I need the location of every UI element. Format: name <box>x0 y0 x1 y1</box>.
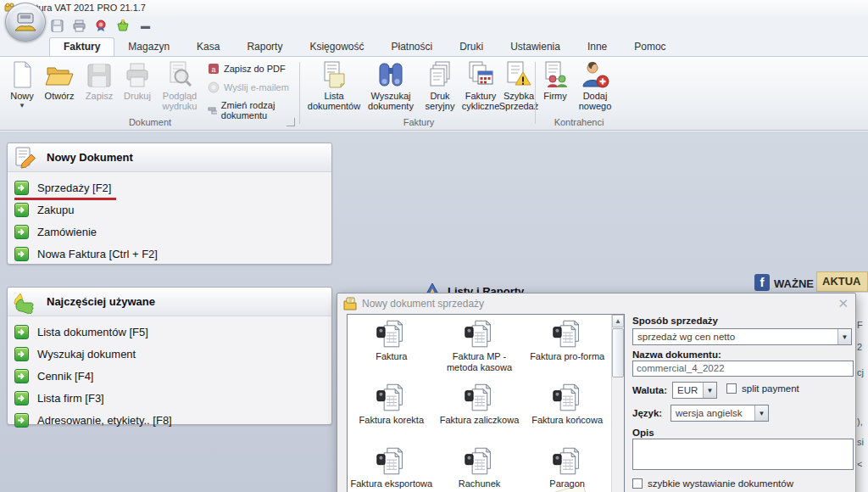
menu-item[interactable]: Lista dokumentów [F5] <box>8 321 331 344</box>
waluta-label: Waluta: <box>632 385 667 395</box>
document-type-item[interactable]: Faktura końcowa <box>523 383 611 446</box>
dialog-launcher-icon[interactable] <box>287 118 295 126</box>
menu-item[interactable]: Nowa Faktura [Ctrl + F2] <box>8 243 331 266</box>
background-text-fragment: ), <box>857 417 863 427</box>
menu-item[interactable]: Adresowanie, etykiety.. [F8] <box>8 410 331 432</box>
invoice-document-icon <box>376 319 407 349</box>
quick-sale-button[interactable]: Szybka Sprzedaż <box>502 59 536 111</box>
document-type-item[interactable]: Rachunek <box>436 446 524 492</box>
thumbs-up-icon <box>13 290 38 314</box>
close-icon[interactable]: ✕ <box>837 296 849 311</box>
opis-label: Opis <box>632 428 654 438</box>
title-bar: Faktura VAT 2021 PRO 21.1.7 <box>0 0 868 15</box>
dropdown-arrow-icon: ▼ <box>19 102 25 109</box>
search-documents-button[interactable]: Wyszukaj dokumenty <box>363 59 419 111</box>
ribbon-tab[interactable]: Raporty <box>233 38 296 56</box>
menu-item[interactable]: Lista firm [F3] <box>8 388 331 410</box>
chevron-down-icon[interactable]: ▼ <box>754 405 768 421</box>
save-icon[interactable] <box>49 18 64 33</box>
sposob-sprzedazy-select[interactable]: sprzedaż wg cen netto ▼ <box>632 328 852 345</box>
green-arrow-icon <box>14 247 29 261</box>
application-menu-button[interactable] <box>5 3 46 42</box>
green-arrow-icon <box>14 225 29 239</box>
language-select[interactable]: wersja angielsk ▼ <box>670 405 769 422</box>
scroll-up-icon[interactable]: ▲ <box>612 315 624 327</box>
document-type-list: Faktura <box>347 314 625 492</box>
facebook-icon[interactable]: f <box>754 274 770 291</box>
option-row: szybkie wystawianie dokumentów <box>632 478 793 489</box>
change-type-icon <box>208 104 217 116</box>
license-badge-icon[interactable] <box>93 18 108 33</box>
background-text-fragment: cj <box>857 367 864 377</box>
send-email-button[interactable]: Wyślij e-mailem <box>208 81 289 93</box>
document-name-input[interactable]: commercial_4_2022 <box>632 361 854 377</box>
currency-select[interactable]: EUR ▼ <box>672 382 717 399</box>
open-document-button[interactable]: Otwórz <box>41 59 78 101</box>
description-textarea[interactable] <box>632 439 854 470</box>
print-document-button[interactable]: Drukuj <box>119 59 156 101</box>
document-type-item[interactable]: Faktura pro-forma <box>523 319 611 383</box>
document-list-button[interactable]: Lista dokumentów <box>307 59 361 111</box>
document-type-item[interactable]: Paragon <box>523 446 611 492</box>
invoice-document-icon <box>376 446 407 477</box>
wazne-label: WAŻNE <box>774 277 814 290</box>
new-document-button[interactable]: Nowy ▼ <box>5 59 39 109</box>
scrollbar-thumb[interactable] <box>612 328 624 377</box>
document-type-item[interactable]: Faktura <box>348 319 436 383</box>
save-document-button[interactable]: Zapisz <box>81 59 117 101</box>
basket-icon[interactable] <box>115 18 131 33</box>
ribbon-tab[interactable]: Magazyn <box>114 38 183 56</box>
background-text-fragment: F <box>857 320 863 330</box>
invoice-document-icon <box>464 383 495 413</box>
main-workspace: Listy i Raporty f WAŻNE AKTUA F2cj),si<r… <box>0 131 868 492</box>
document-type-item[interactable]: Faktura MP - metoda kasowa <box>436 319 524 383</box>
ribbon-tab[interactable]: Pomoc <box>620 38 679 56</box>
panel-najczesciej-uzywane: Najczęściej używane Lista dokumentów [F5… <box>7 287 332 425</box>
print-icon[interactable] <box>71 18 86 33</box>
ribbon-tab[interactable]: Kasa <box>183 38 233 56</box>
invoice-document-icon <box>552 383 583 413</box>
ribbon-tab[interactable]: Inne <box>574 38 620 56</box>
document-type-item[interactable]: Faktura korekta <box>348 383 436 446</box>
panel-title: Nowy Dokument <box>47 151 133 164</box>
ribbon-tab[interactable]: Druki <box>446 38 497 56</box>
add-new-contractor-button[interactable]: Dodaj nowego <box>573 59 617 111</box>
panel-nowy-dokument: Nowy Dokument Sprzedaży [F2] Zakupu <box>7 143 332 265</box>
dialog-title-bar: Nowy dokument sprzedaży ✕ <box>337 294 855 314</box>
ribbon-tab[interactable]: Księgowość <box>296 38 377 56</box>
serial-print-button[interactable]: Druk seryjny <box>420 59 459 111</box>
menu-item[interactable]: Cennik [F4] <box>8 366 331 388</box>
menu-item[interactable]: Sprzedaży [F2] <box>8 177 331 199</box>
document-type-item[interactable]: Faktura eksportowa <box>348 446 436 492</box>
background-text-fragment: si <box>857 437 864 447</box>
floppy-disk-icon <box>86 59 112 88</box>
companies-button[interactable]: Firmy <box>539 59 571 101</box>
new-sale-document-dialog: Nowy dokument sprzedaży ✕ <box>337 293 856 492</box>
chevron-down-icon[interactable]: ▼ <box>837 329 851 344</box>
companies-people-icon <box>542 59 569 88</box>
split-payment-checkbox[interactable] <box>726 383 737 394</box>
menu-item[interactable]: Wyszukaj dokument <box>8 344 331 366</box>
customize-quick-access-icon[interactable]: ▬ <box>137 18 153 33</box>
recurring-invoices-button[interactable]: Faktury cykliczne <box>459 59 502 111</box>
invoice-document-icon <box>464 446 495 477</box>
ribbon-tab[interactable]: Ustawienia <box>497 38 574 56</box>
pages-calendar-icon <box>467 59 494 88</box>
invoice-document-icon <box>464 319 495 349</box>
sposob-sprzedazy-label: Sposób sprzedaży <box>632 316 718 326</box>
green-arrow-icon <box>14 413 29 428</box>
chevron-down-icon[interactable]: ▼ <box>703 383 716 398</box>
menu-item[interactable]: Zamówienie <box>8 221 331 243</box>
green-arrow-icon <box>14 369 29 383</box>
ribbon-tab[interactable]: Faktury <box>49 37 114 56</box>
document-type-item[interactable]: Faktura zaliczkowa <box>436 383 524 446</box>
list-scrollbar[interactable]: ▲ ▼ <box>611 315 624 492</box>
print-preview-button[interactable]: Podgląd wydruku <box>158 59 202 111</box>
background-text-fragment: 2 <box>857 342 862 352</box>
ribbon-tab[interactable]: Płatności <box>377 38 446 56</box>
option-checkbox[interactable] <box>632 478 643 489</box>
menu-item[interactable]: Zakupu <box>8 199 331 221</box>
save-to-pdf-button[interactable]: a Zapisz do PDF <box>208 63 286 75</box>
svg-text:a: a <box>211 65 215 74</box>
aktua-tab[interactable]: AKTUA <box>816 271 868 292</box>
